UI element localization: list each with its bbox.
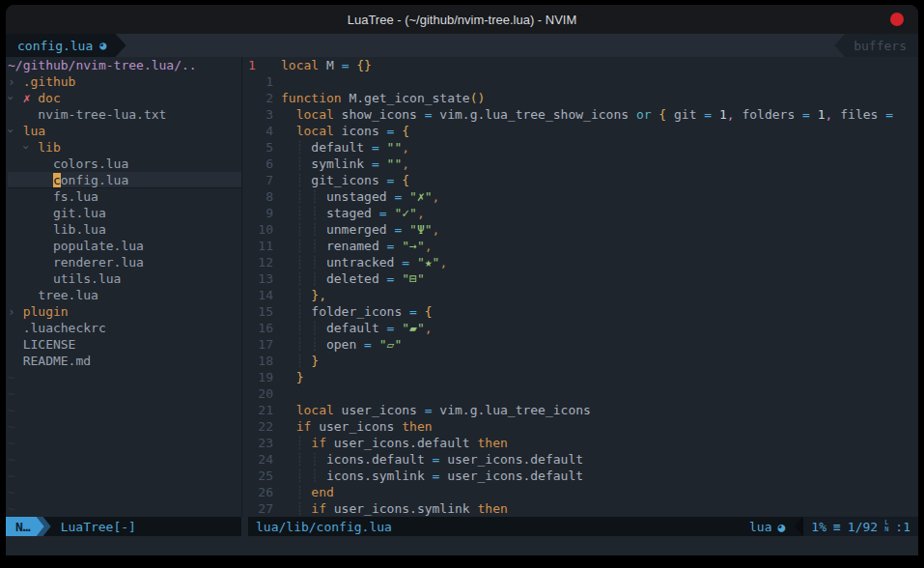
token-op: =	[425, 107, 433, 122]
token-cm2: ,	[727, 107, 735, 122]
empty-line-tilde: ~	[8, 435, 241, 451]
buffers-label[interactable]: buffers	[834, 34, 918, 57]
code-text: ┊ ┊ unstaged = "✗",	[281, 188, 918, 205]
tree-item[interactable]: nvim-tree-lua.txt	[8, 106, 241, 123]
token-arrowo: ›	[8, 95, 19, 102]
code-line[interactable]: 8 ┊ ┊ unstaged = "✗",	[248, 188, 918, 205]
tree-item[interactable]: › lua	[8, 123, 241, 139]
code-line[interactable]: 21 local user_icons = vim.g.lua_tree_ico…	[248, 402, 918, 418]
code-line[interactable]: 10 ┊ ┊ unmerged = "Ψ",	[248, 221, 918, 238]
code-line[interactable]: 3 local show_icons = vim.g.lua_tree_show…	[248, 106, 918, 123]
code-text: ┊ folder_icons = {	[281, 303, 918, 320]
code-line[interactable]: 20	[248, 385, 918, 402]
code-line[interactable]: 23 ┊ if user_icons.default then	[248, 435, 918, 451]
line-number: 1	[248, 73, 273, 90]
tree-item[interactable]: fs.lua	[8, 188, 241, 205]
code-line[interactable]: 15 ┊ folder_icons = {	[248, 303, 918, 320]
token-arrow: ›	[8, 304, 15, 319]
token-op: =	[402, 255, 409, 270]
token-cm: ,	[425, 321, 433, 335]
line-number: 3	[248, 106, 273, 123]
code-line[interactable]: 22 if user_icons then	[248, 418, 918, 435]
token-tilde: ~	[8, 485, 15, 499]
code-line[interactable]: 24 ┊ ┊ icons.default = user_icons.defaul…	[248, 451, 918, 468]
code-line[interactable]: 18 ┊ }	[248, 353, 918, 369]
token-id: symlink	[311, 156, 372, 171]
code-line[interactable]: 2function M.get_icon_state()	[248, 90, 918, 106]
token-id	[281, 370, 296, 384]
token-id: user_icons	[311, 419, 402, 434]
code-line[interactable]: 25 ┊ ┊ icons.symlink = user_icons.defaul…	[248, 468, 918, 484]
line-number: 24	[248, 451, 273, 468]
code-line[interactable]: 1local M = {}	[248, 57, 918, 73]
token-id: unstaged	[326, 189, 394, 204]
code-line[interactable]: 1	[248, 73, 918, 90]
code-line[interactable]: 27 ┊ if user_icons.symlink then	[248, 500, 918, 517]
code-line[interactable]: 5 ┊ default = "",	[248, 139, 918, 156]
tree-item[interactable]: › plugin	[8, 303, 241, 320]
tree-item[interactable]: renderer.lua	[8, 254, 241, 270]
token-id	[281, 419, 296, 434]
token-id: vim.g.lua_tree_icons	[433, 403, 591, 417]
close-button[interactable]	[890, 13, 904, 26]
code-line[interactable]: 19 }	[248, 369, 918, 385]
token-op: =	[409, 304, 417, 319]
empty-line-tilde: ~	[8, 468, 241, 484]
tree-item[interactable]: README.md	[8, 353, 241, 369]
tree-item[interactable]: › .github	[8, 73, 241, 90]
token-id	[15, 74, 23, 89]
code-line[interactable]: 16 ┊ ┊ default = "▰",	[248, 320, 918, 336]
token-guide: ┊	[311, 255, 319, 270]
tree-item-selected[interactable]: config.lua	[8, 172, 241, 188]
token-str: "→"	[402, 239, 424, 253]
token-folder: lib	[38, 140, 60, 155]
code-pane: 1local M = {}12function M.get_icon_state…	[241, 57, 918, 517]
code-line[interactable]: 12 ┊ ┊ untracked = "★",	[248, 254, 918, 270]
token-id: default	[326, 321, 387, 335]
code-text: ┊ }	[281, 353, 918, 369]
token-id: folder_icons	[311, 304, 409, 319]
code-line[interactable]: 17 ┊ ┊ open = "▱"	[248, 336, 918, 353]
tree-item[interactable]: .luacheckrc	[8, 320, 241, 336]
code-line[interactable]: 26 ┊ end	[248, 484, 918, 500]
token-id: git_icons	[311, 173, 386, 187]
code-line[interactable]: 14 ┊ },	[248, 287, 918, 303]
token-id	[281, 485, 296, 499]
tab-config-lua[interactable]: config.lua ◕	[6, 34, 126, 57]
tree-item[interactable]: colors.lua	[8, 156, 241, 172]
token-file: .luacheckrc	[8, 321, 106, 335]
code-line[interactable]: 4 local icons = {	[248, 123, 918, 139]
line-number: 19	[248, 369, 273, 385]
code-line[interactable]: 7 ┊ git_icons = {	[248, 172, 918, 188]
titlebar[interactable]: LuaTree - (~/github/nvim-tree.lua) - NVI…	[6, 5, 918, 34]
tree-item[interactable]: populate.lua	[8, 238, 241, 254]
code-line[interactable]: 6 ┊ symlink = "",	[248, 156, 918, 172]
token-id	[8, 173, 53, 187]
line-number: 17	[248, 336, 273, 353]
code-line[interactable]: 9 ┊ ┊ staged = "✓",	[248, 205, 918, 221]
tree-item[interactable]: LICENSE	[8, 336, 241, 353]
command-line[interactable]	[6, 536, 918, 555]
code-text: local icons = {	[281, 123, 918, 139]
tree-item[interactable]: lib.lua	[8, 221, 241, 238]
token-kw: local	[281, 58, 319, 72]
code-line[interactable]: 11 ┊ ┊ renamed = "→",	[248, 238, 918, 254]
token-guide: ┊	[311, 469, 319, 483]
code-text: local M = {}	[281, 57, 918, 73]
token-id: user_icons	[334, 403, 425, 417]
tree-item[interactable]: git.lua	[8, 205, 241, 221]
tabline: config.lua ◕ buffers	[6, 34, 918, 57]
tree-item[interactable]: › ✗ doc	[8, 90, 241, 106]
token-id	[409, 255, 417, 270]
code-line[interactable]: 13 ┊ ┊ deleted = "⊟"	[248, 270, 918, 287]
empty-line-tilde: ~	[8, 369, 241, 385]
token-id	[281, 436, 296, 450]
tree-item[interactable]: › lib	[8, 139, 241, 156]
token-kw: local	[296, 124, 334, 138]
nvim-window: LuaTree - (~/github/nvim-tree.lua) - NVI…	[6, 5, 918, 555]
tree-item[interactable]: ~/github/nvim-tree.lua/..	[8, 57, 241, 73]
token-id	[319, 337, 326, 352]
tree-item[interactable]: utils.lua	[8, 270, 241, 287]
token-id: user_icons.default	[326, 436, 478, 450]
tree-item[interactable]: tree.lua	[8, 287, 241, 303]
